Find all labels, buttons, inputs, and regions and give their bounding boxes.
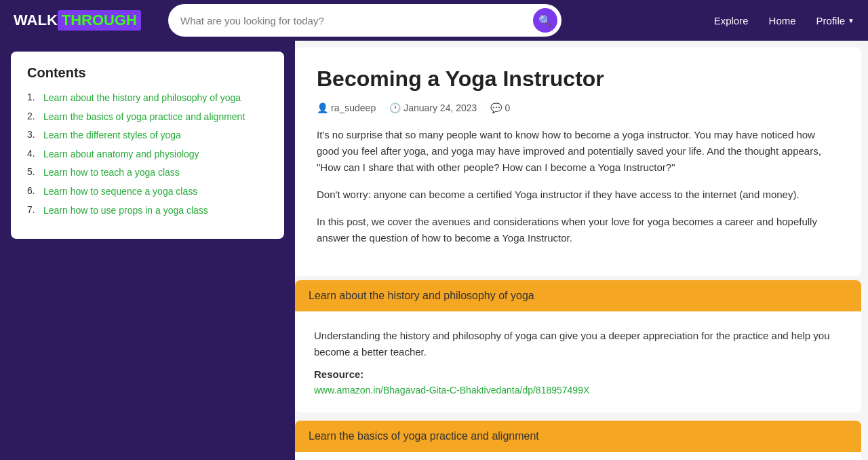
nav-links: Explore Home Profile ▼ — [714, 15, 854, 26]
comment-icon: 💬 — [490, 102, 502, 113]
list-item: 6.Learn how to sequence a yoga class — [27, 185, 268, 199]
nav-home[interactable]: Home — [769, 15, 796, 26]
list-item-link[interactable]: Learn the basics of yoga practice and al… — [43, 111, 245, 124]
nav-explore[interactable]: Explore — [714, 15, 749, 26]
list-item: 7.Learn how to use props in a yoga class — [27, 204, 268, 218]
nav-profile[interactable]: Profile ▼ — [816, 15, 854, 26]
search-bar[interactable]: 🔍 — [168, 4, 561, 37]
list-item-num: 1. — [27, 92, 39, 102]
section-header[interactable]: Learn the basics of yoga practice and al… — [295, 421, 861, 452]
section-block: Learn about the history and philosophy o… — [295, 280, 861, 413]
list-item-num: 3. — [27, 129, 39, 140]
search-input[interactable] — [180, 15, 533, 26]
article-title: Becoming a Yoga Instructor — [317, 66, 840, 92]
meta-date: 🕐 January 24, 2023 — [389, 102, 477, 113]
contents-title: Contents — [27, 65, 268, 81]
search-icon: 🔍 — [538, 14, 552, 27]
search-button[interactable]: 🔍 — [533, 8, 557, 33]
list-item-link[interactable]: Learn how to sequence a yoga class — [43, 185, 197, 199]
list-item: 2.Learn the basics of yoga practice and … — [27, 111, 268, 124]
article-paragraph: It's no surprise that so many people wan… — [317, 127, 840, 176]
list-item-num: 6. — [27, 185, 39, 196]
section-body: Understanding the history and philosophy… — [295, 311, 861, 413]
list-item-link[interactable]: Learn how to use props in a yoga class — [43, 204, 208, 218]
author-name[interactable]: ra_sudeep — [331, 102, 376, 113]
sidebar: Contents 1.Learn about the history and p… — [0, 41, 295, 460]
header: WALKTHROUGH 🔍 Explore Home Profile ▼ — [0, 0, 868, 41]
list-item: 4.Learn about anatomy and physiology — [27, 148, 268, 161]
section-title: Learn the basics of yoga practice and al… — [309, 430, 539, 442]
user-icon: 👤 — [317, 102, 328, 113]
contents-list: 1.Learn about the history and philosophy… — [27, 92, 268, 217]
clock-icon: 🕐 — [389, 102, 401, 113]
list-item: 3.Learn the different styles of yoga — [27, 129, 268, 142]
date-text: January 24, 2023 — [403, 102, 477, 113]
list-item: 5.Learn how to teach a yoga class — [27, 166, 268, 180]
section-body: Understanding the proper alignment and t… — [295, 452, 861, 460]
logo-walk: WALK — [14, 12, 58, 29]
article-paragraph: In this post, we cover the avenues and c… — [317, 214, 840, 246]
list-item-link[interactable]: Learn the different styles of yoga — [43, 129, 181, 142]
contents-box: Contents 1.Learn about the history and p… — [11, 52, 284, 239]
main-layout: Contents 1.Learn about the history and p… — [0, 41, 868, 460]
comments-count: 0 — [505, 102, 510, 113]
resource-link[interactable]: www.amazon.in/Bhagavad-Gita-C-Bhaktiveda… — [314, 385, 589, 396]
section-title: Learn about the history and philosophy o… — [309, 290, 534, 302]
meta-author: 👤 ra_sudeep — [317, 102, 376, 113]
profile-label: Profile — [816, 15, 846, 26]
section-block: Learn the basics of yoga practice and al… — [295, 421, 861, 460]
meta-comments: 💬 0 — [490, 102, 510, 113]
list-item-num: 2. — [27, 111, 39, 121]
list-item: 1.Learn about the history and philosophy… — [27, 92, 268, 105]
article-meta: 👤 ra_sudeep 🕐 January 24, 2023 💬 0 — [317, 102, 840, 113]
article-paragraph: Don't worry: anyone can become a certifi… — [317, 187, 840, 203]
list-item-num: 7. — [27, 204, 39, 215]
article-card: Becoming a Yoga Instructor 👤 ra_sudeep 🕐… — [295, 47, 861, 276]
content-area[interactable]: Becoming a Yoga Instructor 👤 ra_sudeep 🕐… — [295, 41, 868, 460]
list-item-num: 5. — [27, 166, 39, 177]
list-item-num: 4. — [27, 148, 39, 159]
section-paragraph: Understanding the history and philosophy… — [314, 328, 842, 360]
article-body: It's no surprise that so many people wan… — [317, 127, 840, 246]
logo[interactable]: WALKTHROUGH — [14, 10, 141, 31]
list-item-link[interactable]: Learn how to teach a yoga class — [43, 166, 180, 180]
list-item-link[interactable]: Learn about anatomy and physiology — [43, 148, 199, 161]
chevron-down-icon: ▼ — [848, 17, 854, 24]
list-item-link[interactable]: Learn about the history and philosophy o… — [43, 92, 241, 105]
logo-through: THROUGH — [58, 10, 141, 31]
resource-label: Resource: — [314, 368, 842, 380]
sections-container: Learn about the history and philosophy o… — [295, 280, 868, 460]
section-header[interactable]: Learn about the history and philosophy o… — [295, 280, 861, 311]
